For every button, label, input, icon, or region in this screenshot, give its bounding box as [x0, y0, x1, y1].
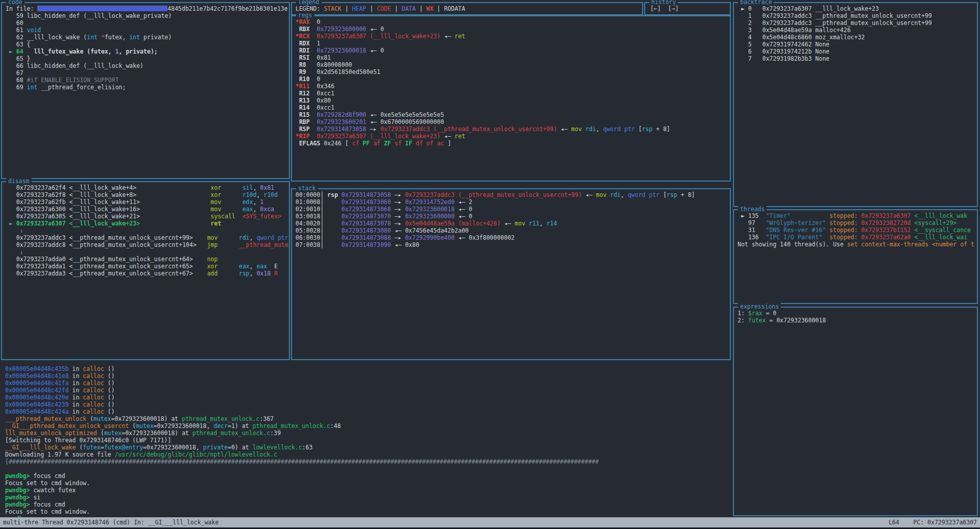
stack-panel-title: stack	[296, 185, 318, 192]
code-panel-title: code	[6, 0, 24, 6]
backtrace-panel-title: backtrace	[738, 0, 774, 6]
threads-panel: threads ► 135 "Timer" stopped: 0x7293237…	[733, 209, 978, 304]
disassembly-panel: disasm 0x7293237a62f4 <__lll_lock_wake+4…	[1, 181, 290, 360]
threads-view[interactable]: ► 135 "Timer" stopped: 0x7293237a6307 <_…	[734, 210, 977, 303]
history-panel: history [←] [→]	[644, 2, 731, 15]
backtrace-panel: backtrace ► 0 0x7293237a6307 __lll_lock_…	[733, 2, 978, 207]
history-panel-title: history	[649, 0, 678, 6]
registers-panel-title: regs	[296, 12, 314, 19]
history-forward-button[interactable]: [→]	[668, 5, 679, 12]
legend-panel: legend LEGEND: STACK | HEAP | CODE | DAT…	[291, 2, 643, 15]
status-bar-left: multi-thre Thread 0x7293148746 (cmd) In:…	[3, 517, 218, 527]
stack-view: 00:0000│ rsp 0x729314873058 —▸ 0x7293237…	[292, 189, 730, 359]
registers-panel: regs *RAX 0 RBX 0x729323600000 ◂— 0*RCX …	[291, 15, 731, 182]
gdb-command-console[interactable]: 0x00005e04d48c435b in calloc ()0x00005e0…	[2, 363, 978, 517]
stack-panel: stack 00:0000│ rsp 0x729314873058 —▸ 0x7…	[291, 188, 731, 360]
history-back-button[interactable]: [←]	[650, 5, 661, 12]
expressions-panel-title: expressions	[738, 303, 781, 310]
disassembly-panel-title: disasm	[6, 178, 32, 185]
status-bar-right: L64 PC: 0x7293237a6307	[889, 517, 977, 527]
disassembly-view[interactable]: 0x7293237a62f4 <__lll_lock_wake+4> xor s…	[2, 182, 289, 359]
backtrace-view[interactable]: ► 0 0x7293237a6307 __lll_lock_wake+23 1 …	[734, 3, 977, 206]
registers-view: *RAX 0 RBX 0x729323600000 ◂— 0*RCX 0x729…	[292, 16, 730, 181]
source-code-view[interactable]: In file: 4845db211e7b42c7176f9be21b8301e…	[2, 3, 289, 178]
threads-panel-title: threads	[738, 206, 767, 213]
legend-panel-title: legend	[296, 0, 322, 6]
status-bar: multi-thre Thread 0x7293148746 (cmd) In:…	[0, 517, 980, 527]
code-panel: code In file: 4845db211e7b42c7176f9be21b…	[1, 2, 290, 179]
legend-content: LEGEND: STACK | HEAP | CODE | DATA | WX …	[292, 3, 642, 14]
